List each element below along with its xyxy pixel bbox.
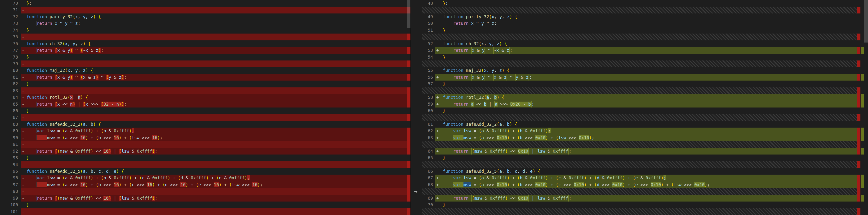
line-number[interactable]: 48 xyxy=(422,0,435,7)
line-number[interactable]: 59 xyxy=(422,101,435,108)
code-line[interactable]: return (x << n) | (x >>> (32 - n)); xyxy=(27,101,410,108)
code-row[interactable]: 76function ch_32(x, y, z) { xyxy=(0,40,410,47)
line-number[interactable] xyxy=(422,7,435,13)
line-number[interactable]: 53 xyxy=(422,47,435,53)
code-line[interactable]: return x & y ^ x & z ^ y & z; xyxy=(441,74,868,80)
code-line[interactable] xyxy=(441,61,868,67)
code-line[interactable]: function ch_32(x, y, z) { xyxy=(441,40,868,47)
code-line[interactable]: var msw = (a >>> 0x10) + (b >>> 0x10) + … xyxy=(441,135,868,141)
code-line[interactable]: } xyxy=(441,202,868,208)
code-line[interactable]: } xyxy=(27,80,410,87)
code-row[interactable]: 88function safeAdd_32_2(a, b) { xyxy=(0,121,410,128)
line-number[interactable]: 94 xyxy=(0,162,21,168)
code-row[interactable]: 79- xyxy=(0,61,410,67)
revert-change-arrow-icon[interactable]: → xyxy=(414,188,417,195)
code-row[interactable]: 56+ return x & y ^ x & z ^ y & z; xyxy=(422,74,868,80)
code-row[interactable]: 84-function rotl_32(x, n) { xyxy=(0,94,410,101)
left-overview-ruler[interactable] xyxy=(407,0,410,215)
code-line[interactable] xyxy=(441,208,868,215)
code-row[interactable]: 99- return ((msw & 0xffff) << 16) | (lsw… xyxy=(0,195,410,202)
line-number[interactable]: 99 xyxy=(0,195,21,202)
line-number[interactable]: 55 xyxy=(422,67,435,74)
code-line[interactable]: return x ^ y ^ z; xyxy=(27,20,410,27)
code-row[interactable]: 51} xyxy=(422,27,868,34)
code-row[interactable]: 67+ var lsw = (a & 0xffff) + (b & 0xffff… xyxy=(422,175,868,181)
code-row[interactable]: 53+ return x & y ^ ~x & z; xyxy=(422,47,868,53)
code-line[interactable] xyxy=(27,141,410,148)
line-number[interactable]: 66 xyxy=(422,168,435,175)
code-line[interactable] xyxy=(441,162,868,168)
line-number[interactable] xyxy=(422,61,435,67)
line-number[interactable]: 86 xyxy=(0,108,21,114)
code-line[interactable] xyxy=(27,34,410,40)
line-number[interactable] xyxy=(422,87,435,94)
code-line[interactable] xyxy=(441,114,868,121)
line-number[interactable]: 80 xyxy=(0,67,21,74)
line-number[interactable]: 71 xyxy=(0,7,21,13)
code-row[interactable]: 57} xyxy=(422,80,868,87)
line-number[interactable] xyxy=(422,188,435,195)
code-line[interactable]: var lsw = (a & 0xffff) + (b & 0xffff) + … xyxy=(441,175,868,181)
code-line[interactable] xyxy=(27,162,410,168)
code-row[interactable]: 101- xyxy=(0,208,410,215)
code-line[interactable]: var msw = (a >>> 0x10) + (b >>> 0x10) + … xyxy=(441,181,868,188)
code-line[interactable] xyxy=(27,61,410,67)
line-number[interactable]: 54 xyxy=(422,54,435,61)
code-row[interactable]: 71- xyxy=(0,7,410,13)
line-number[interactable]: 97 xyxy=(0,181,21,188)
code-row[interactable]: 62+ var lsw = (a & 0xffff) + (b & 0xffff… xyxy=(422,128,868,134)
code-row[interactable]: 61function safeAdd_32_2(a, b) { xyxy=(422,121,868,128)
original-code-area[interactable]: 70};71-72function parity_32(x, y, z) {73… xyxy=(0,0,410,215)
code-row[interactable]: 50 return x ^ y ^ z; xyxy=(422,20,868,27)
code-line[interactable]: } xyxy=(27,202,410,208)
line-number[interactable]: 60 xyxy=(422,108,435,114)
line-number[interactable]: 75 xyxy=(0,34,21,40)
code-row[interactable]: 60} xyxy=(422,108,868,114)
code-line[interactable]: }; xyxy=(27,0,410,7)
code-line[interactable]: function safeAdd_32_2(a, b) { xyxy=(27,121,410,128)
line-number[interactable]: 90 xyxy=(0,135,21,141)
line-number[interactable]: 96 xyxy=(0,175,21,181)
code-row[interactable]: 92- return ((msw & 0xffff) << 16) | (lsw… xyxy=(0,148,410,154)
line-number[interactable] xyxy=(422,208,435,215)
code-line[interactable]: } xyxy=(27,108,410,114)
code-row[interactable]: 78} xyxy=(0,54,410,61)
code-line[interactable] xyxy=(441,7,868,13)
code-line[interactable]: return (x & y) ^ (~x & z); xyxy=(27,47,410,53)
code-row[interactable]: 87- xyxy=(0,114,410,121)
code-row[interactable]: 96- var lsw = (a & 0xffff) + (b & 0xffff… xyxy=(0,175,410,181)
line-number[interactable]: 88 xyxy=(0,121,21,128)
line-number[interactable]: 79 xyxy=(0,61,21,67)
line-number[interactable]: 85 xyxy=(0,101,21,108)
code-line[interactable]: return a << b | a >>> 0x20 - b; xyxy=(441,101,868,108)
code-row[interactable]: 68+ var msw = (a >>> 0x10) + (b >>> 0x10… xyxy=(422,181,868,188)
code-line[interactable] xyxy=(441,141,868,148)
code-line[interactable] xyxy=(441,188,868,195)
code-row[interactable]: 70} xyxy=(422,202,868,208)
code-line[interactable]: return (msw & 0xffff) << 0x10 | lsw & 0x… xyxy=(441,195,868,202)
code-line[interactable]: } xyxy=(441,27,868,34)
code-line[interactable]: function parity_32(x, y, z) { xyxy=(441,13,868,20)
line-number[interactable]: 95 xyxy=(0,168,21,175)
line-number[interactable]: 63 xyxy=(422,135,435,141)
code-row[interactable]: 77- return (x & y) ^ (~x & z); xyxy=(0,47,410,53)
code-line[interactable]: } xyxy=(27,27,410,34)
line-number[interactable]: 89 xyxy=(0,128,21,134)
code-line[interactable]: function maj_32(x, y, z) { xyxy=(27,67,410,74)
line-number[interactable]: 51 xyxy=(422,27,435,34)
code-row[interactable]: 82} xyxy=(0,80,410,87)
code-line[interactable]: function safeAdd_32_5(a, b, c, d, e) { xyxy=(441,168,868,175)
line-number[interactable]: 93 xyxy=(0,154,21,161)
code-line[interactable] xyxy=(27,7,410,13)
code-row[interactable]: 94- xyxy=(0,162,410,168)
original-editor-pane[interactable]: 70};71-72function parity_32(x, y, z) {73… xyxy=(0,0,410,215)
line-number[interactable]: 56 xyxy=(422,74,435,80)
line-number[interactable]: 76 xyxy=(0,40,21,47)
code-row[interactable]: 90- msw = (a >>> 16) + (b >>> 16) + (lsw… xyxy=(0,135,410,141)
code-row[interactable]: 75- xyxy=(0,34,410,40)
code-line[interactable]: msw = (a >>> 16) + (b >>> 16) + (lsw >>>… xyxy=(27,135,410,141)
code-line[interactable]: return x ^ y ^ z; xyxy=(441,20,868,27)
code-row[interactable]: 70}; xyxy=(0,0,410,7)
line-number[interactable]: 82 xyxy=(0,80,21,87)
line-number[interactable] xyxy=(422,114,435,121)
